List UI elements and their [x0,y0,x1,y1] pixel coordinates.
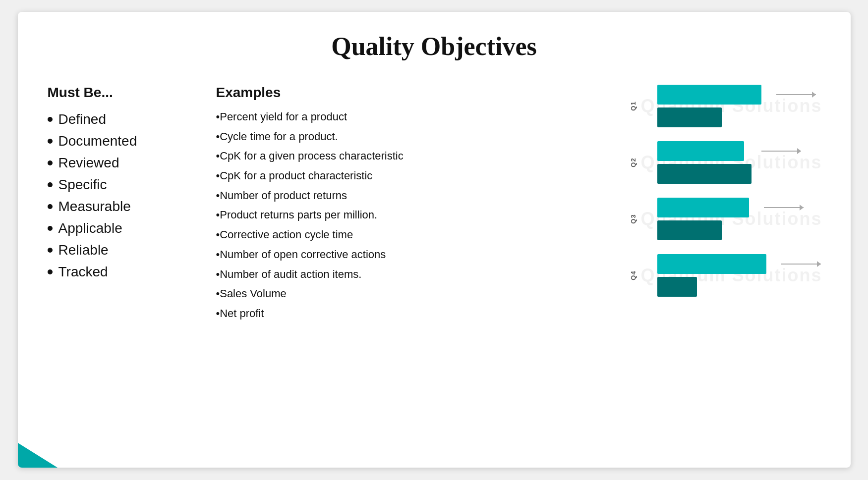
chart-bars-container: Q2Quantum Solutions [642,141,821,184]
bar-chart-bar [657,85,761,105]
bullet-icon [48,204,53,209]
target-line [776,85,816,105]
chart-group: Q2Quantum Solutions [642,141,821,184]
list-item: •Number of open corrective actions [216,247,613,262]
list-item: Applicable [48,220,181,236]
list-item: Tracked [48,264,181,280]
bar-chart-bar [657,277,697,297]
list-item: •Percent yield for a product [216,109,613,124]
target-line [761,141,801,161]
list-item: •Cycle time for a product. [216,129,613,144]
bar-chart-bar [657,107,722,127]
list-item: Reliable [48,242,181,258]
list-item: •Product returns parts per million. [216,208,613,222]
bar-row [657,198,821,217]
bar-row [657,85,821,105]
page-title: Quality Objectives [48,32,821,61]
must-be-list: DefinedDocumentedReviewedSpecificMeasura… [48,111,181,280]
bar-chart-bar [657,141,744,161]
chart-label: Q2 [630,158,637,167]
bar-row [657,220,821,240]
must-be-column: Must Be... DefinedDocumentedReviewedSpec… [48,85,196,286]
chart-group: Q4Quantum Solutions [642,254,821,297]
bar-row [657,254,821,274]
bullet-icon [48,139,53,144]
bullet-icon [48,117,53,122]
chart-group: Q3Quantum Solutions [642,198,821,240]
list-item: •Number of audit action items. [216,267,613,282]
list-item: •Sales Volume [216,286,613,301]
examples-heading: Examples [216,85,613,101]
slide: Quality Objectives Must Be... DefinedDoc… [18,12,851,468]
chart-group: Q1Quantum Solutions [642,85,821,127]
list-item: •Number of product returns [216,188,613,203]
list-item: Measurable [48,199,181,214]
bar-row [657,164,821,184]
chart-label: Q1 [630,101,637,110]
target-line-inner [761,151,801,152]
bar-row [657,141,821,161]
bar-chart-bar [657,254,766,274]
target-line [764,198,804,217]
target-line-inner [764,207,804,208]
chart-bars-container: Q4Quantum Solutions [642,254,821,297]
list-item: •CpK for a given process characteristic [216,149,613,163]
list-item: Specific [48,177,181,193]
bar-row [657,277,821,297]
target-line [781,254,821,274]
list-item: •Corrective action cycle time [216,227,613,242]
target-line-inner [776,94,816,95]
list-item: •CpK for a product characteristic [216,168,613,183]
target-line-inner [781,264,821,265]
list-item: Defined [48,111,181,127]
bullet-icon [48,160,53,165]
bar-chart-bar [657,164,752,184]
chart-bars-container: Q3Quantum Solutions [642,198,821,240]
chart-label: Q4 [630,270,637,280]
list-item: Reviewed [48,155,181,171]
bar-row [657,107,821,127]
charts-column: Q1Quantum SolutionsQ2Quantum SolutionsQ3… [633,85,821,297]
list-item: Documented [48,133,181,149]
examples-list: •Percent yield for a product•Cycle time … [216,109,613,321]
must-be-heading: Must Be... [48,85,181,101]
list-item: •Net profit [216,306,613,321]
bullet-icon [48,182,53,187]
bullet-icon [48,248,53,253]
chart-label: Q3 [630,214,637,223]
chart-bars-container: Q1Quantum Solutions [642,85,821,127]
bar-chart-bar [657,198,749,217]
bullet-icon [48,226,53,231]
content-area: Must Be... DefinedDocumentedReviewedSpec… [48,85,821,326]
bottom-accent-decoration [18,443,58,468]
examples-column: Examples •Percent yield for a product•Cy… [196,85,633,326]
bar-chart-bar [657,220,722,240]
bullet-icon [48,269,53,274]
